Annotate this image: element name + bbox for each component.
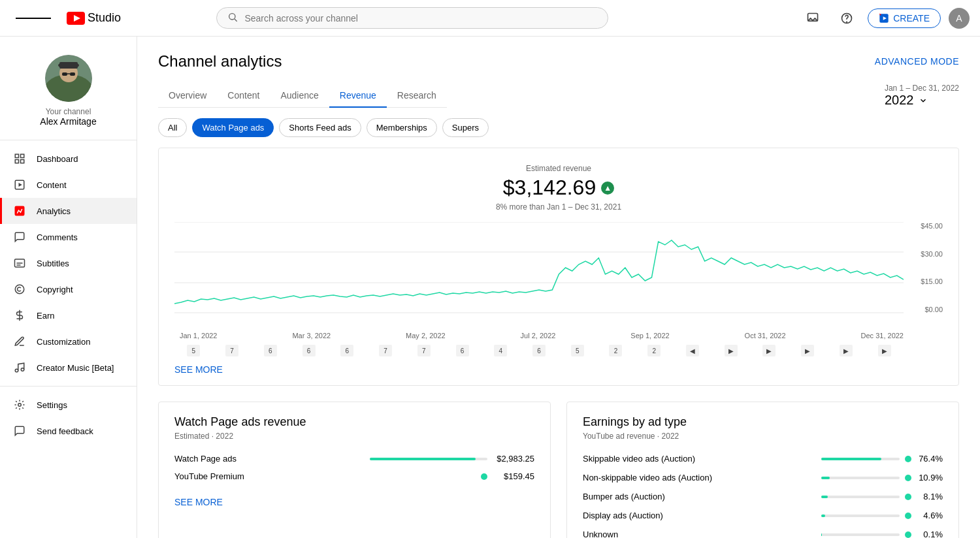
youtube-premium-label: YouTube Premium (174, 471, 481, 481)
earnings-row: Display ads (Auction) 4.6% (583, 511, 943, 520)
date-year[interactable]: 2022 (885, 93, 959, 108)
customization-icon (13, 335, 26, 348)
pill-shorts-feed-ads[interactable]: Shorts Feed ads (279, 118, 361, 137)
tab-content[interactable]: Content (217, 84, 270, 107)
earnings-row: Skippable video ads (Auction) 76.4% (583, 454, 943, 464)
sidebar-channel-label: Your channel (46, 107, 91, 116)
svg-marker-23 (19, 183, 22, 187)
earnings-card-title: Earnings by ad type (583, 415, 943, 429)
svg-point-28 (15, 285, 24, 294)
earnings-row: Unknown 0.1% (583, 530, 943, 538)
sidebar-item-content[interactable]: Content (0, 172, 137, 198)
tab-audience[interactable]: Audience (270, 84, 329, 107)
search-bar[interactable] (216, 7, 608, 29)
sidebar-item-comments-label: Comments (37, 232, 78, 242)
watch-page-ads-row: Watch Page ads $2,983.25 (174, 454, 534, 464)
filter-pills: AllWatch Page adsShorts Feed adsMembersh… (158, 108, 959, 148)
messages-icon (806, 12, 819, 25)
watch-page-card-title: Watch Page ads revenue (174, 415, 534, 429)
tab-overview[interactable]: Overview (158, 84, 217, 107)
svg-point-30 (15, 369, 18, 372)
chart-nav-prev[interactable]: ◀ (686, 345, 699, 356)
chart-x-labels: Jan 1, 2022 Mar 3, 2022 May 2, 2022 Jul … (174, 332, 904, 340)
avatar[interactable]: A (949, 8, 970, 29)
date-year-value: 2022 (885, 93, 914, 108)
sidebar-item-copyright-label: Copyright (37, 285, 73, 294)
svg-rect-20 (21, 160, 24, 163)
watch-page-ads-label: Watch Page ads (174, 454, 370, 464)
date-selector-wrap: Jan 1 – Dec 31, 2022 2022 (885, 84, 959, 108)
sidebar-item-creator-music[interactable]: Creator Music [Beta] (0, 355, 137, 381)
comments-icon (13, 230, 26, 244)
sidebar-profile: Your channel Alex Armitage (0, 44, 137, 140)
dashboard-icon (13, 152, 26, 165)
svg-rect-14 (59, 62, 78, 69)
sidebar-item-subtitles[interactable]: Subtitles (0, 250, 137, 276)
sidebar-item-earn[interactable]: Earn (0, 302, 137, 328)
youtube-premium-dot (481, 473, 487, 480)
creator-music-icon (13, 361, 26, 374)
sidebar-item-customization[interactable]: Customization (0, 328, 137, 355)
chart-revenue-amount: $3,142.69 (503, 176, 596, 200)
create-icon (879, 13, 889, 24)
sidebar-item-earn-label: Earn (37, 311, 54, 321)
analytics-tabs: OverviewContentAudienceRevenueResearch (158, 84, 447, 108)
create-label: CREATE (893, 13, 930, 24)
subtitles-icon (13, 257, 26, 270)
bottom-cards: Watch Page ads revenue Estimated · 2022 … (158, 402, 959, 538)
analytics-icon (13, 204, 26, 217)
page-header: Channel analytics ADVANCED MODE (158, 52, 959, 71)
watch-page-see-more-button[interactable]: SEE MORE (174, 497, 223, 507)
chart-revenue-label: Estimated revenue (174, 164, 943, 173)
advanced-mode-button[interactable]: ADVANCED MODE (875, 56, 959, 67)
youtube-logo-icon (67, 12, 85, 25)
earnings-rows: Skippable video ads (Auction) 76.4% Non-… (583, 454, 943, 538)
sidebar-item-send-feedback[interactable]: Send feedback (0, 418, 137, 444)
sidebar-item-settings-label: Settings (37, 400, 67, 410)
earnings-row: Bumper ads (Auction) 8.1% (583, 492, 943, 501)
svg-rect-18 (15, 154, 18, 157)
youtube-premium-amount: $159.45 (495, 471, 534, 481)
sidebar-item-analytics[interactable]: Analytics (0, 198, 137, 224)
content-icon (13, 178, 26, 191)
top-nav-left: Studio (10, 11, 121, 25)
svg-rect-16 (70, 72, 75, 76)
pill-watch-page-ads[interactable]: Watch Page ads (192, 118, 274, 137)
date-range-label: Jan 1 – Dec 31, 2022 (885, 84, 959, 93)
watch-page-card-subtitle: Estimated · 2022 (174, 432, 534, 441)
sidebar-item-copyright[interactable]: Copyright (0, 276, 137, 302)
tab-research[interactable]: Research (387, 84, 447, 107)
youtube-premium-row: YouTube Premium $159.45 (174, 471, 534, 481)
earnings-row: Non-skippable video ads (Auction) 10.9% (583, 473, 943, 483)
sidebar-channel-name: Alex Armitage (40, 116, 96, 127)
pill-supers[interactable]: Supers (442, 118, 489, 137)
svg-rect-21 (15, 160, 18, 163)
top-nav-right: CREATE A (800, 5, 970, 31)
sidebar-avatar (45, 55, 92, 102)
main-content: Channel analytics ADVANCED MODE Overview… (137, 37, 980, 538)
sidebar-item-comments[interactable]: Comments (0, 224, 137, 250)
chart-card: Estimated revenue $3,142.69 ▲ 8% more th… (158, 148, 959, 386)
messages-button[interactable] (800, 5, 826, 31)
tab-revenue[interactable]: Revenue (329, 84, 387, 107)
pill-all[interactable]: All (158, 118, 187, 137)
sidebar-item-customization-label: Customization (37, 337, 90, 347)
create-button[interactable]: CREATE (868, 8, 941, 28)
chart-see-more-button[interactable]: SEE MORE (174, 364, 223, 375)
logo[interactable]: Studio (67, 11, 121, 25)
svg-point-2 (229, 14, 235, 20)
chevron-down-icon (919, 96, 928, 105)
search-input[interactable] (244, 13, 597, 24)
sidebar-item-settings[interactable]: Settings (0, 392, 137, 418)
watch-page-ads-amount: $2,983.25 (495, 454, 534, 464)
chart-nav-next[interactable]: ▶ (725, 345, 738, 356)
sidebar-item-dashboard[interactable]: Dashboard (0, 146, 137, 172)
chart-y-labels: $45.00 $30.00 $15.00 $0.00 (907, 222, 943, 313)
pill-memberships[interactable]: Memberships (367, 118, 437, 137)
sidebar-item-creator-music-label: Creator Music [Beta] (37, 363, 114, 373)
sidebar-item-content-label: Content (37, 180, 67, 190)
chart-nav-numbers: 5 7 6 6 6 7 7 6 4 6 5 2 2 ◀ ▶ ▶ ▶ ▶ ▶ (174, 345, 904, 356)
help-button[interactable] (834, 5, 860, 31)
hamburger-button[interactable] (10, 11, 56, 25)
watch-page-ads-bar (370, 458, 487, 460)
